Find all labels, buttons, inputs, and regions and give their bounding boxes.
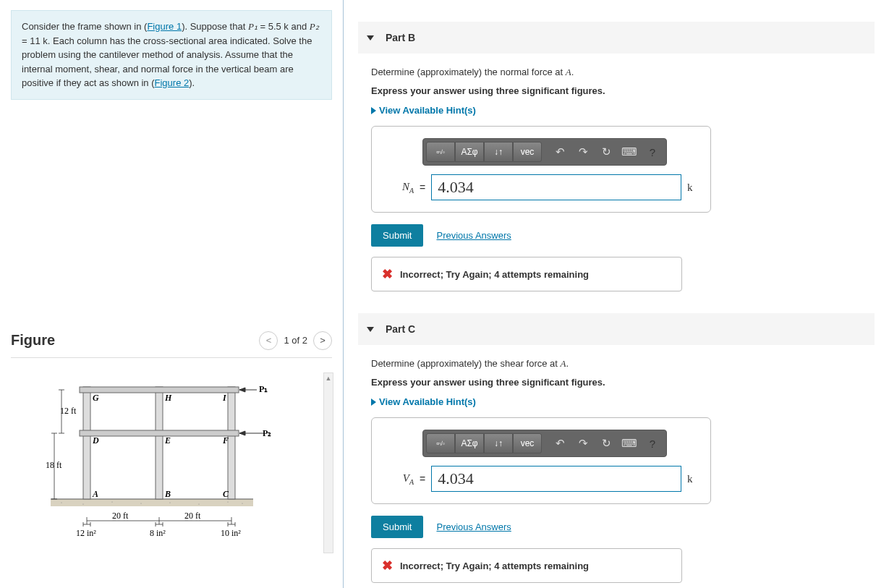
svg-text:H: H [164,393,172,403]
part-c-header[interactable]: Part C [358,313,875,345]
view-hints-link[interactable]: View Available Hint(s) [371,105,866,116]
svg-point-3 [82,503,83,504]
part-c-title: Part C [386,323,415,335]
part-b-header[interactable]: Part B [358,22,875,54]
text: ). [189,77,195,88]
svg-marker-25 [239,388,245,392]
text: and [289,21,310,32]
caret-down-icon [367,35,374,41]
svg-text:8 in²: 8 in² [150,528,166,538]
part-c-answer-row: VA = k [386,466,696,492]
part-c-prompt-2: Express your answer using three signific… [371,375,866,390]
svg-point-7 [198,503,199,504]
na-label: NA [386,181,414,195]
svg-point-8 [227,501,228,502]
scrollbar[interactable]: ▲ [323,372,333,553]
figure-1-link[interactable]: Figure 1 [147,21,182,32]
part-c-body: Determine (approximately) the shear forc… [358,345,875,583]
figure-prev-button[interactable]: < [259,331,278,350]
keyboard-icon[interactable]: ⌨ [618,142,640,162]
figure-image: ▲ GHI [11,372,332,553]
view-hints-link[interactable]: View Available Hint(s) [371,396,866,407]
figure-next-button[interactable]: > [313,331,332,350]
svg-text:A: A [92,489,98,499]
svg-text:I: I [222,393,227,403]
vec-button[interactable]: vec [513,433,542,453]
part-c-feedback: ✖ Incorrect; Try Again; 4 attempts remai… [371,548,682,583]
part-b-submit-row: Submit Previous Answers [371,224,866,247]
text: Consider the frame shown in ( [22,21,147,32]
unit-label: k [687,182,696,194]
point-label: A [566,67,571,77]
svg-text:G: G [93,393,99,403]
help-icon[interactable]: ? [642,142,663,162]
part-b-title: Part B [386,32,415,43]
svg-text:10 in²: 10 in² [221,528,241,538]
redo-icon[interactable]: ↷ [572,433,594,453]
svg-point-4 [111,501,112,502]
part-b-prompt-2: Express your answer using three signific… [371,84,866,98]
part-c-answer-box: ▫√▫ ΑΣφ ↓↑ vec ↶ ↷ ↻ ⌨ ? VA = k [371,417,711,504]
left-panel: Consider the frame shown in (Figure 1). … [0,0,344,588]
part-b-feedback: ✖ Incorrect; Try Again; 4 attempts remai… [371,257,682,291]
template-button[interactable]: ▫√▫ [426,142,455,162]
svg-text:P₁: P₁ [259,384,268,394]
help-icon[interactable]: ? [642,433,663,453]
feedback-text: Incorrect; Try Again; 4 attempts remaini… [400,269,589,280]
caret-down-icon [367,327,374,332]
previous-answers-link[interactable]: Previous Answers [436,230,511,241]
redo-icon[interactable]: ↷ [572,142,594,162]
part-c-prompt-1: Determine (approximately) the shear forc… [371,357,866,371]
part-c-answer-input[interactable] [431,466,681,492]
keyboard-icon[interactable]: ⌨ [618,433,640,453]
text: P₂ [310,21,319,32]
text: = 11 k [22,35,48,46]
scroll-up-icon[interactable]: ▲ [324,373,333,383]
figure-2-link[interactable]: Figure 2 [155,77,190,88]
svg-rect-13 [80,387,239,393]
part-b-body: Determine (approximately) the normal for… [358,54,875,291]
greek-button[interactable]: ΑΣφ [455,142,484,162]
equation-toolbar: ▫√▫ ΑΣφ ↓↑ vec ↶ ↷ ↻ ⌨ ? [422,138,667,166]
feedback-text: Incorrect; Try Again; 4 attempts remaini… [400,561,589,571]
hints-text: View Available Hint(s) [379,396,476,407]
equals-sign: = [420,473,425,485]
svg-text:B: B [164,489,171,499]
figure-title: Figure [11,332,55,349]
svg-rect-10 [83,387,90,499]
svg-rect-14 [80,430,239,436]
text: Determine (approximately) the normal for… [371,67,566,77]
undo-icon[interactable]: ↶ [549,142,571,162]
reset-icon[interactable]: ↻ [595,433,617,453]
text: P₁ [248,21,258,32]
figure-header: Figure < 1 of 2 > [11,331,332,358]
unit-label: k [687,473,696,485]
part-b-answer-row: NA = k [386,174,696,200]
template-button[interactable]: ▫√▫ [426,433,455,453]
figure-count: 1 of 2 [284,335,307,346]
svg-rect-11 [156,387,163,499]
submit-button[interactable]: Submit [371,516,423,538]
updown-button[interactable]: ↓↑ [484,142,513,162]
svg-rect-0 [51,499,253,506]
point-label: A [561,358,566,369]
svg-text:D: D [92,435,99,446]
undo-icon[interactable]: ↶ [549,433,571,453]
triangle-right-icon [371,399,376,406]
svg-point-5 [140,503,141,503]
triangle-right-icon [371,107,376,114]
greek-button[interactable]: ΑΣφ [455,433,484,453]
svg-text:18 ft: 18 ft [46,460,62,470]
submit-button[interactable]: Submit [371,224,423,247]
svg-point-2 [61,502,61,503]
updown-button[interactable]: ↓↑ [484,433,513,453]
right-panel: Part B Determine (approximately) the nor… [344,0,889,588]
hints-text: View Available Hint(s) [379,105,476,116]
part-b-answer-input[interactable] [431,174,681,200]
part-b-prompt-1: Determine (approximately) the normal for… [371,65,866,80]
previous-answers-link[interactable]: Previous Answers [436,521,511,532]
reset-icon[interactable]: ↻ [595,142,617,162]
figure-nav: < 1 of 2 > [259,331,332,350]
vec-button[interactable]: vec [513,142,542,162]
incorrect-icon: ✖ [382,558,393,574]
